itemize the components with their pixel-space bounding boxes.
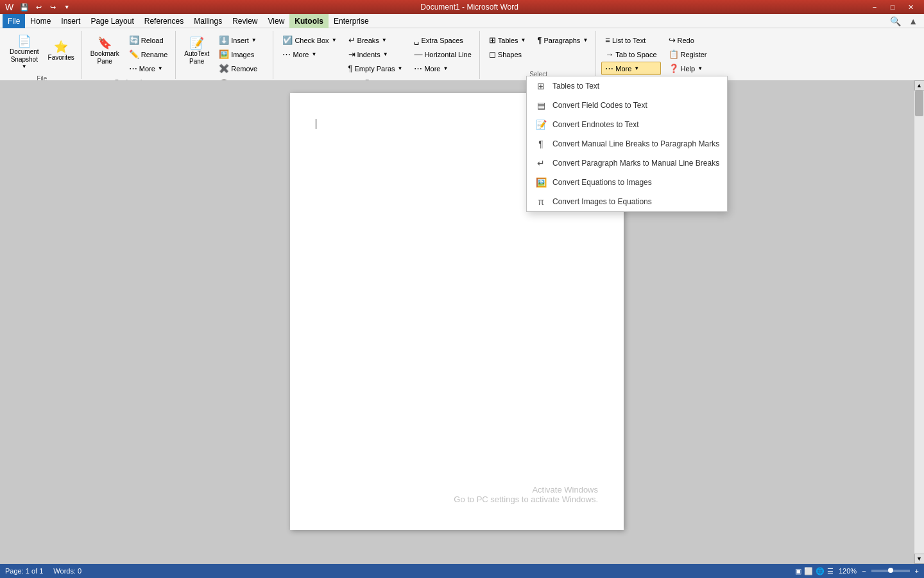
tables-btn[interactable]: ⊞ Tables ▼ [485, 33, 530, 47]
app-icon: W [5, 2, 13, 12]
convert-images-to-equations-item[interactable]: π Convert Images to Equations [527, 192, 727, 211]
save-qat-btn[interactable]: 💾 [19, 1, 30, 13]
ribbon-group-remove: ☑️ Check Box ▼ ⋯ More ▼ ↵ Breaks ▼ [275, 31, 479, 79]
convert-more-btn[interactable]: ⋯ More ▼ [601, 62, 660, 75]
images-btn[interactable]: 🖼️ Images [215, 48, 269, 61]
menu-file[interactable]: File [3, 14, 25, 28]
convert-more-icon: ⋯ [605, 64, 613, 73]
convert-field-codes-item[interactable]: ▤ Convert Field Codes to Text [527, 96, 727, 115]
list-to-text-btn[interactable]: ≡ List to Text [601, 33, 660, 47]
menu-page-layout[interactable]: Page Layout [85, 14, 139, 28]
qat-dropdown-btn[interactable]: ▼ [61, 1, 73, 13]
undo-qat-btn[interactable]: ↩ [33, 1, 44, 13]
remove-col3-more-icon: ⋯ [414, 64, 422, 73]
favorites-btn[interactable]: ⭐ Favorites [45, 33, 78, 69]
view-icons: ▣ ⬜ 🌐 ☰ [795, 567, 834, 575]
remove-more-icon: ⋯ [282, 49, 291, 59]
help-icon: ❓ [669, 64, 679, 73]
favorites-icon: ⭐ [54, 41, 68, 53]
check-box-btn[interactable]: ☑️ Check Box ▼ [278, 33, 340, 47]
remove-btn[interactable]: ✖️ Remove [215, 62, 269, 75]
document-area[interactable]: Activate Windows Go to PC settings to ac… [0, 80, 914, 564]
redo-qat-btn[interactable]: ↪ [47, 1, 58, 13]
maximize-button[interactable]: □ [884, 1, 901, 13]
help-btn[interactable]: ❓ Help ▼ [665, 62, 711, 75]
minimize-button[interactable]: − [866, 1, 883, 13]
document-snapshot-btn[interactable]: 📄 DocumentSnapshot ▼ [6, 33, 42, 71]
menu-mailings[interactable]: Mailings [189, 14, 227, 28]
scroll-track [914, 91, 924, 554]
remove-more-btn[interactable]: ⋯ More ▼ [278, 48, 340, 61]
status-right: ▣ ⬜ 🌐 ☰ 120% − + [795, 567, 919, 575]
shapes-btn[interactable]: ◻ Shapes [485, 48, 530, 61]
document-snapshot-icon: 📄 [17, 35, 31, 47]
shapes-icon: ◻ [489, 49, 496, 59]
vertical-scrollbar[interactable]: ▲ ▼ [914, 80, 924, 564]
extra-spaces-btn[interactable]: ␣ Extra Spaces [410, 33, 475, 47]
bookmark-pane-icon: 🔖 [98, 37, 112, 49]
page-info: Page: 1 of 1 [5, 567, 43, 575]
menu-insert[interactable]: Insert [56, 14, 85, 28]
convert-equations-to-images-item[interactable]: 🖼️ Convert Equations to Images [527, 173, 727, 192]
tab-to-space-btn[interactable]: → Tab to Space [601, 48, 660, 61]
paragraphs-icon: ¶ [538, 35, 542, 45]
zoom-decrease-btn[interactable]: − [862, 567, 866, 575]
outline-view-icon[interactable]: ☰ [827, 567, 834, 575]
convert-manual-line-breaks-item[interactable]: ¶ Convert Manual Line Breaks to Paragrap… [527, 134, 727, 153]
bookmark-pane-btn[interactable]: 🔖 BookmarkPane [87, 33, 123, 69]
full-screen-icon[interactable]: ⬜ [804, 567, 813, 575]
bookmark-more-btn[interactable]: ⋯ More ▼ [125, 62, 172, 75]
close-button[interactable]: ✕ [902, 1, 919, 13]
menu-references[interactable]: References [139, 14, 189, 28]
scroll-down-btn[interactable]: ▼ [914, 554, 925, 564]
zoom-slider[interactable] [871, 570, 910, 572]
rename-btn[interactable]: ✏️ Rename [125, 48, 172, 61]
autotext-pane-btn[interactable]: 📝 AutoTextPane [181, 33, 212, 69]
register-btn[interactable]: 📋 Register [665, 48, 711, 61]
tables-to-text-item[interactable]: ⊞ Tables to Text [527, 76, 727, 96]
check-box-icon: ☑️ [282, 35, 293, 45]
convert-col1: ≡ List to Text → Tab to Space ⋯ More ▼ [601, 33, 660, 75]
convert-images-to-equations-icon: π [535, 195, 547, 208]
convert-col2: ↪ Redo 📋 Register ❓ Help ▼ [665, 33, 711, 75]
bookmark-more-icon: ⋯ [129, 64, 137, 73]
breaks-btn[interactable]: ↵ Breaks ▼ [345, 33, 407, 47]
menu-view[interactable]: View [263, 14, 290, 28]
indents-icon: ⇥ [348, 49, 355, 59]
convert-endnotes-item[interactable]: 📝 Convert Endnotes to Text [527, 115, 727, 134]
empty-paras-icon: ¶ [348, 64, 353, 73]
scroll-up-btn[interactable]: ▲ [914, 80, 925, 91]
remove-col3-more-btn[interactable]: ⋯ More ▼ [410, 62, 475, 75]
scroll-thumb[interactable] [915, 91, 923, 116]
convert-paragraph-marks-item[interactable]: ↵ Convert Paragraph Marks to Manual Line… [527, 153, 727, 173]
horizontal-line-btn[interactable]: — Horizontal Line [410, 48, 475, 61]
menu-kutools[interactable]: Kutools [289, 14, 329, 28]
ribbon-minimize-icon[interactable]: ▲ [905, 16, 921, 26]
help-search-icon[interactable]: 🔍 [886, 16, 905, 26]
web-layout-icon[interactable]: 🌐 [816, 567, 825, 575]
reload-btn[interactable]: 🔄 Reload [125, 33, 172, 47]
zoom-increase-btn[interactable]: + [915, 567, 919, 575]
insert-icon: ⬇️ [219, 35, 229, 45]
images-icon: 🖼️ [219, 49, 229, 59]
menu-review[interactable]: Review [227, 14, 262, 28]
convert-manual-line-breaks-icon: ¶ [535, 137, 547, 150]
tab-to-space-icon: → [605, 49, 613, 59]
convert-endnotes-icon: 📝 [535, 118, 547, 131]
insert-btn[interactable]: ⬇️ Insert ▼ [215, 33, 269, 47]
text-cursor [316, 119, 316, 129]
redo-btn[interactable]: ↪ Redo [665, 33, 711, 47]
menu-home[interactable]: Home [25, 14, 56, 28]
ribbon-group-file: 📄 DocumentSnapshot ▼ ⭐ Favorites File [3, 31, 82, 79]
remove-col1: ☑️ Check Box ▼ ⋯ More ▼ [278, 33, 340, 61]
paragraphs-btn[interactable]: ¶ Paragraphs ▼ [534, 33, 592, 47]
empty-paras-btn[interactable]: ¶ Empty Paras ▼ [345, 62, 407, 75]
word-count: Words: 0 [53, 567, 81, 575]
redo-icon: ↪ [669, 35, 676, 45]
status-bar: Page: 1 of 1 Words: 0 ▣ ⬜ 🌐 ☰ 120% − + [0, 564, 924, 578]
list-to-text-icon: ≡ [605, 35, 610, 45]
remove-col2: ↵ Breaks ▼ ⇥ Indents ▼ ¶ Empty Paras ▼ [345, 33, 407, 75]
menu-enterprise[interactable]: Enterprise [329, 14, 374, 28]
print-view-icon[interactable]: ▣ [795, 567, 801, 575]
indents-btn[interactable]: ⇥ Indents ▼ [345, 48, 407, 61]
